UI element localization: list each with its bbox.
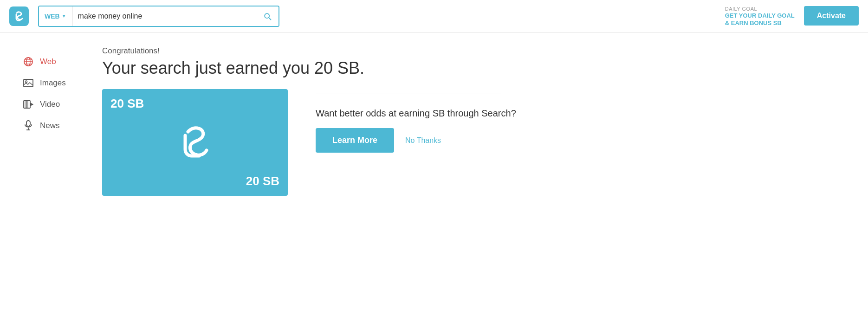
activate-button[interactable]: Activate <box>804 6 859 26</box>
daily-goal-area: DAILY GOAL GET YOUR DAILY GOAL & EARN BO… <box>725 6 795 26</box>
sidebar-item-news-label: News <box>40 121 60 130</box>
video-icon <box>22 98 34 110</box>
congrats-label: Congratulations! <box>102 46 859 56</box>
learn-more-button[interactable]: Learn More <box>316 128 394 153</box>
sidebar-item-web[interactable]: Web <box>19 51 93 72</box>
search-icon <box>263 12 272 21</box>
sb-amount-bottom: 20 SB <box>246 174 279 188</box>
sb-amount-top: 20 SB <box>110 97 144 111</box>
image-icon <box>22 77 34 89</box>
sidebar-item-video-label: Video <box>40 100 60 109</box>
search-input[interactable] <box>72 6 256 26</box>
congrats-heading: Your search just earned you 20 SB. <box>102 58 859 78</box>
reward-section: 20 SB 20 SB Want better odds at earning … <box>102 89 859 196</box>
promo-divider <box>316 94 501 94</box>
sidebar-item-news[interactable]: News <box>19 115 93 136</box>
sidebar-item-web-label: Web <box>40 57 56 66</box>
chevron-down-icon: ▼ <box>62 13 66 19</box>
promo-section: Want better odds at earning SB through S… <box>316 89 516 153</box>
main-content: Web Images Video <box>0 32 868 205</box>
header: WEB ▼ DAILY GOAL GET YOUR DAILY GOAL & E… <box>0 0 868 32</box>
no-thanks-button[interactable]: No Thanks <box>405 136 441 145</box>
search-type-label: WEB <box>45 13 60 20</box>
sidebar-item-images-label: Images <box>40 78 66 88</box>
sidebar-item-images[interactable]: Images <box>19 72 93 94</box>
search-submit-button[interactable] <box>256 6 279 26</box>
daily-goal-label: DAILY GOAL <box>725 6 795 12</box>
svg-rect-11 <box>26 121 30 126</box>
search-type-button[interactable]: WEB ▼ <box>39 6 72 26</box>
svg-point-6 <box>26 81 27 83</box>
reward-card-logo <box>174 122 216 163</box>
app-logo[interactable] <box>9 6 29 26</box>
globe-icon <box>22 56 34 68</box>
promo-actions: Learn More No Thanks <box>316 128 516 153</box>
daily-goal-line1: GET YOUR DAILY GOAL <box>725 12 795 19</box>
reward-card: 20 SB 20 SB <box>102 89 288 196</box>
sidebar-item-video[interactable]: Video <box>19 94 93 115</box>
content-area: Congratulations! Your search just earned… <box>93 46 859 196</box>
header-right: DAILY GOAL GET YOUR DAILY GOAL & EARN BO… <box>725 6 859 26</box>
microphone-icon <box>22 120 34 132</box>
svg-rect-5 <box>24 79 33 87</box>
promo-question: Want better odds at earning SB through S… <box>316 108 516 119</box>
logo-area <box>9 6 29 26</box>
svg-rect-7 <box>24 101 30 108</box>
daily-goal-line2: & EARN BONUS SB <box>725 19 782 26</box>
search-bar: WEB ▼ <box>38 6 279 27</box>
daily-goal-text: GET YOUR DAILY GOAL & EARN BONUS SB <box>725 12 795 26</box>
sidebar: Web Images Video <box>19 46 93 196</box>
